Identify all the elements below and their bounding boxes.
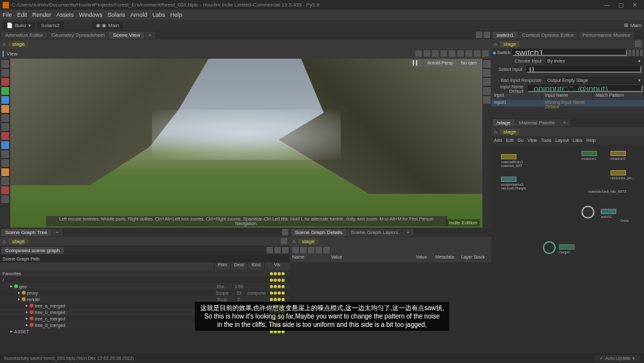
tab-scene-graph-tree[interactable]: Scene Graph Tree: [1, 229, 51, 236]
node-switch[interactable]: switch1: [601, 209, 616, 219]
render-icon[interactable]: [466, 50, 472, 57]
tree-row[interactable]: /: [0, 277, 290, 283]
tab-switch1[interactable]: switch1: [493, 32, 518, 39]
tab-material-palette[interactable]: Material Palette: [515, 119, 559, 126]
home-icon-sgd[interactable]: ⌂: [292, 239, 296, 244]
display-opt-4[interactable]: [483, 87, 491, 95]
hidden-tool[interactable]: [1, 195, 9, 203]
node-ring-1[interactable]: [582, 206, 594, 219]
node-assignmaterial[interactable]: assignmaterial1naturrock7/height: [501, 177, 526, 190]
tab-sg-details[interactable]: Scene Graph Details: [291, 229, 346, 236]
camera-tool[interactable]: [1, 123, 9, 131]
minimize-button[interactable]: —: [600, 1, 613, 9]
node-instancer2[interactable]: instancer2: [611, 151, 626, 161]
home-icon[interactable]: ⌂: [3, 41, 6, 47]
col-vis[interactable]: Vis: [264, 262, 290, 270]
sgd-stage[interactable]: stage: [298, 239, 319, 244]
menu-render[interactable]: Render: [32, 12, 52, 18]
gear-icon[interactable]: [482, 50, 489, 57]
net-stage[interactable]: stage: [500, 129, 520, 135]
display-opt-2[interactable]: [483, 69, 491, 77]
sw-ext-icon[interactable]: [640, 50, 643, 56]
input-table-row[interactable]: input1 Missing Input Name Default: [491, 100, 644, 106]
switch-stage[interactable]: stage: [500, 41, 520, 47]
tab-sg-layers[interactable]: Scene Graph Layers: [347, 229, 402, 236]
tab-add-sgd[interactable]: +: [402, 229, 413, 236]
input-name-field[interactable]: [527, 85, 643, 92]
net-add[interactable]: Add: [494, 138, 502, 142]
scale-tool[interactable]: [1, 87, 9, 95]
bad-input-dropdown[interactable]: Output Empty Stage▾: [545, 77, 643, 84]
home-icon-switch[interactable]: ⌂: [494, 41, 497, 47]
panel-expand-icon[interactable]: [484, 32, 490, 38]
tab-geometry-spreadsheet[interactable]: Geometry Spreadsheet: [48, 32, 109, 39]
sw-info-icon[interactable]: [632, 50, 635, 56]
auto-update-toggle[interactable]: ✓ Auto Update ▾: [594, 355, 640, 362]
hdr-value2[interactable]: Value: [414, 255, 433, 262]
materials-icon[interactable]: [449, 50, 455, 57]
display-icon[interactable]: [457, 50, 464, 57]
menu-edit[interactable]: Edit: [17, 12, 28, 18]
menu-windows[interactable]: Windows: [79, 12, 103, 18]
inspect-tool[interactable]: [1, 150, 9, 158]
net-view[interactable]: View: [527, 138, 537, 142]
collapse-icon[interactable]: [282, 247, 289, 253]
desktop-selector[interactable]: 📄 Build ▾: [3, 22, 35, 29]
vertex-tool[interactable]: [1, 186, 9, 194]
renderer-dropdown[interactable]: Arnold Persp: [424, 60, 456, 66]
select-tool[interactable]: [1, 60, 9, 68]
menu-labs[interactable]: Labs: [153, 12, 166, 18]
home-icon-sgt[interactable]: ⌂: [3, 239, 6, 244]
display-opt-3[interactable]: [483, 78, 491, 86]
node-instancer1[interactable]: instancer1: [582, 151, 597, 161]
sgd-t5[interactable]: [323, 247, 330, 253]
menu-arnold[interactable]: Arnold: [131, 12, 147, 18]
secondary-main[interactable]: ⊞ Main: [624, 23, 641, 28]
switch-name-input[interactable]: [512, 49, 627, 56]
net-layout[interactable]: Layout: [555, 138, 569, 142]
sgd-t1[interactable]: [292, 247, 299, 253]
snap-icon[interactable]: [415, 50, 422, 57]
col-prim[interactable]: Prim: [214, 262, 231, 270]
panel-menu-icon[interactable]: [476, 32, 482, 38]
node-randomize[interactable]: randomize_pix...: [611, 170, 634, 180]
view-label[interactable]: View: [3, 51, 20, 57]
tab-scene-view[interactable]: Scene View: [109, 32, 144, 39]
options-icon[interactable]: [474, 50, 480, 57]
tree-row[interactable]: Favorites: [0, 270, 290, 277]
stage-label[interactable]: stage: [8, 41, 29, 47]
camera-dropdown[interactable]: No cam: [458, 60, 480, 66]
geo-tool[interactable]: [1, 141, 9, 149]
filter-icon[interactable]: [267, 247, 273, 253]
sw-help-icon[interactable]: [636, 50, 639, 56]
menu-solaris[interactable]: Solaris: [108, 12, 126, 18]
sgd-t4[interactable]: [316, 247, 322, 253]
transform-tool[interactable]: [1, 96, 9, 104]
pause-render-button[interactable]: ▍▍: [410, 60, 422, 66]
tab-network-stage[interactable]: /stage: [493, 119, 515, 126]
col-desc[interactable]: Desc: [231, 262, 247, 270]
choose-input-dropdown[interactable]: By Index▾: [545, 57, 643, 64]
net-go[interactable]: Go: [518, 138, 524, 142]
select-input-field[interactable]: [526, 66, 641, 73]
tab-add[interactable]: +: [145, 32, 156, 39]
node-back-hills[interactable]: materials/back_hills_MAT2: [588, 190, 626, 193]
node-materiallibrary[interactable]: materiallibrary1materials_MAT: [501, 154, 523, 168]
hdr-value[interactable]: Value: [328, 255, 414, 262]
close-button[interactable]: ✕: [629, 1, 641, 9]
menu-assets[interactable]: Assets: [57, 12, 74, 18]
solaris-selector[interactable]: Solaris2: [37, 22, 64, 29]
axis-icon[interactable]: [432, 50, 439, 57]
sgd-t2[interactable]: [300, 247, 307, 253]
tab-animation-editor[interactable]: Animation Editor: [1, 32, 47, 39]
hdr-name[interactable]: Name: [290, 255, 328, 262]
main-selector[interactable]: ◉ ◉ Main: [92, 22, 124, 29]
hdr-metadata[interactable]: Metadata: [433, 255, 459, 262]
tab-add-net[interactable]: +: [559, 119, 570, 126]
net-help[interactable]: Help: [586, 138, 595, 142]
sgt-menu-icon[interactable]: [282, 229, 289, 235]
display-opt-5[interactable]: [483, 96, 491, 104]
sgd-t3[interactable]: [308, 247, 314, 253]
grid-icon[interactable]: [424, 50, 430, 57]
tab-performance[interactable]: Performance Monitor: [578, 32, 634, 39]
